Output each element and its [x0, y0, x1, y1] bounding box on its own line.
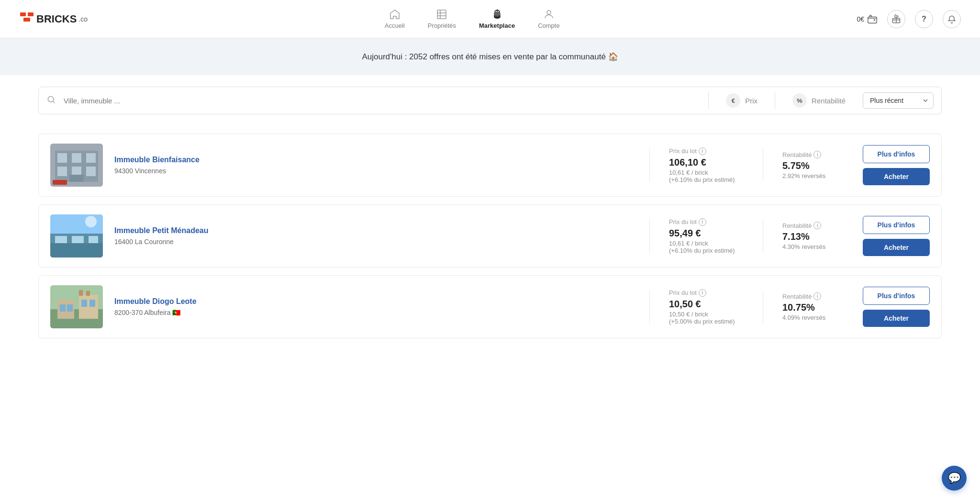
- listing-actions-diogo: Plus d'infos Acheter: [863, 287, 930, 327]
- divider-menadeau: [649, 219, 650, 253]
- main-nav: Accueil Propriétés Marketplace Compte: [385, 9, 560, 29]
- header-right: 0€ ?: [857, 10, 961, 28]
- price-per-brick-diogo: 10,50 € / brick: [669, 311, 744, 318]
- listing-image-bienfaisance: [50, 144, 103, 187]
- price-estimate-diogo: (+5.00% du prix estimé): [669, 318, 744, 325]
- buy-button-diogo[interactable]: Acheter: [863, 310, 930, 327]
- listing-name-bienfaisance: Immeuble Bienfaisance: [114, 156, 634, 164]
- price-label: Prix: [745, 97, 757, 105]
- wallet-balance[interactable]: 0€: [857, 14, 878, 24]
- header: BRICKS.co Accueil Propriétés Marketplace…: [0, 0, 980, 38]
- rent-reversed-menadeau: 4.30% reversés: [782, 243, 847, 250]
- rent-info-icon-bienfaisance[interactable]: i: [813, 151, 821, 158]
- svg-rect-23: [86, 167, 96, 176]
- listing-actions-bienfaisance: Plus d'infos Acheter: [863, 145, 930, 185]
- nav-item-compte[interactable]: Compte: [538, 9, 560, 29]
- svg-point-11: [547, 11, 551, 14]
- nav-item-accueil[interactable]: Accueil: [385, 9, 405, 29]
- more-info-button-bienfaisance[interactable]: Plus d'infos: [863, 145, 930, 163]
- rentability-label: Rentabilité: [812, 97, 846, 105]
- divider-diogo: [649, 290, 650, 324]
- listing-card-bienfaisance: Immeuble Bienfaisance 94300 Vincennes Pr…: [38, 134, 942, 197]
- home-icon: [389, 9, 401, 20]
- listing-name-diogo: Immeuble Diogo Leote: [114, 297, 634, 306]
- buy-button-menadeau[interactable]: Acheter: [863, 239, 930, 256]
- nav-item-proprietes[interactable]: Propriétés: [428, 9, 456, 29]
- listing-rentability-menadeau: Rentabilité i 7.13% 4.30% reversés: [767, 222, 863, 250]
- logo-suffix: .co: [78, 15, 88, 23]
- gift-button[interactable]: [887, 10, 905, 28]
- listing-address-diogo: 8200-370 Albufeira 🇵🇹: [114, 309, 634, 316]
- svg-point-10: [494, 12, 501, 16]
- logo[interactable]: BRICKS.co: [19, 11, 88, 27]
- listing-rentability-diogo: Rentabilité i 10.75% 4.09% reversés: [767, 292, 863, 321]
- svg-rect-41: [89, 300, 95, 307]
- notifications-button[interactable]: [943, 10, 961, 28]
- gift-icon: [891, 14, 901, 24]
- help-icon: ?: [922, 15, 926, 23]
- account-icon: [543, 9, 555, 20]
- rent-main-diogo: 10.75%: [782, 302, 847, 313]
- price-info-icon-diogo[interactable]: i: [699, 289, 706, 297]
- rent-main-menadeau: 7.13%: [782, 231, 847, 242]
- search-icon: [46, 95, 56, 107]
- more-info-button-menadeau[interactable]: Plus d'infos: [863, 216, 930, 234]
- divider-2: [775, 92, 775, 109]
- price-badge: €: [726, 93, 740, 108]
- logo-text: BRICKS: [36, 13, 77, 25]
- banner: Aujourd'hui : 2052 offres ont été mises …: [0, 38, 980, 75]
- price-filter[interactable]: € Prix: [716, 93, 767, 108]
- svg-rect-1: [28, 12, 33, 16]
- listing-price-diogo: Prix du lot i 10,50 € 10,50 € / brick (+…: [654, 289, 759, 325]
- nav-item-marketplace[interactable]: Marketplace: [479, 9, 515, 29]
- rentability-filter[interactable]: % Rentabilité: [783, 93, 855, 108]
- listing-price-bienfaisance: Prix du lot i 106,10 € 10,61 € / brick (…: [654, 147, 759, 183]
- listing-name-menadeau: Immeuble Petit Ménadeau: [114, 226, 634, 235]
- svg-rect-12: [868, 17, 877, 23]
- divider-bienfaisance: [649, 148, 650, 182]
- price-estimate-bienfaisance: (+6.10% du prix estimé): [669, 176, 744, 183]
- price-per-brick-bienfaisance: 10,61 € / brick: [669, 169, 744, 176]
- listing-info-diogo: Immeuble Diogo Leote 8200-370 Albufeira …: [103, 297, 646, 316]
- divider-1: [708, 92, 709, 109]
- svg-rect-20: [86, 153, 96, 163]
- rent-info-icon-diogo[interactable]: i: [813, 292, 821, 300]
- buy-button-bienfaisance[interactable]: Acheter: [863, 168, 930, 185]
- listing-image-diogo: [50, 285, 103, 328]
- svg-rect-40: [81, 300, 87, 307]
- listings: Immeuble Bienfaisance 94300 Vincennes Pr…: [0, 126, 980, 365]
- wallet-icon: [867, 14, 878, 24]
- svg-rect-42: [79, 290, 83, 296]
- building-icon: [436, 9, 447, 20]
- svg-rect-18: [57, 153, 67, 163]
- listing-address-menadeau: 16400 La Couronne: [114, 238, 634, 246]
- building-thumbnail-menadeau: [50, 214, 103, 258]
- rent-info-icon-menadeau[interactable]: i: [813, 222, 821, 229]
- price-main-diogo: 10,50 €: [669, 299, 744, 310]
- bell-icon: [947, 14, 957, 24]
- listing-price-menadeau: Prix du lot i 95,49 € 10,61 € / brick (+…: [654, 218, 759, 254]
- sort-select[interactable]: Plus récent Prix croissant Prix décroiss…: [863, 92, 934, 109]
- svg-rect-2: [23, 18, 30, 22]
- help-button[interactable]: ?: [915, 10, 933, 28]
- svg-rect-24: [69, 175, 84, 182]
- listing-address-bienfaisance: 94300 Vincennes: [114, 167, 634, 175]
- svg-rect-19: [72, 153, 81, 163]
- svg-rect-3: [437, 10, 446, 19]
- divider2-diogo: [763, 290, 763, 324]
- svg-point-33: [85, 216, 97, 227]
- svg-line-15: [53, 101, 55, 103]
- listing-image-menadeau: [50, 214, 103, 258]
- listing-card-diogo: Immeuble Diogo Leote 8200-370 Albufeira …: [38, 275, 942, 338]
- price-info-icon-menadeau[interactable]: i: [699, 218, 706, 226]
- listing-card-menadeau: Immeuble Petit Ménadeau 16400 La Couronn…: [38, 204, 942, 268]
- price-per-brick-menadeau: 10,61 € / brick: [669, 240, 744, 247]
- rent-reversed-diogo: 4.09% reversés: [782, 314, 847, 321]
- more-info-button-diogo[interactable]: Plus d'infos: [863, 287, 930, 305]
- price-estimate-menadeau: (+6.10% du prix estimé): [669, 247, 744, 254]
- building-thumbnail-bienfaisance: [50, 144, 103, 187]
- search-input[interactable]: [64, 97, 701, 105]
- listing-rentability-bienfaisance: Rentabilité i 5.75% 2.92% reversés: [767, 151, 863, 179]
- price-info-icon-bienfaisance[interactable]: i: [699, 147, 706, 155]
- svg-rect-21: [57, 167, 67, 176]
